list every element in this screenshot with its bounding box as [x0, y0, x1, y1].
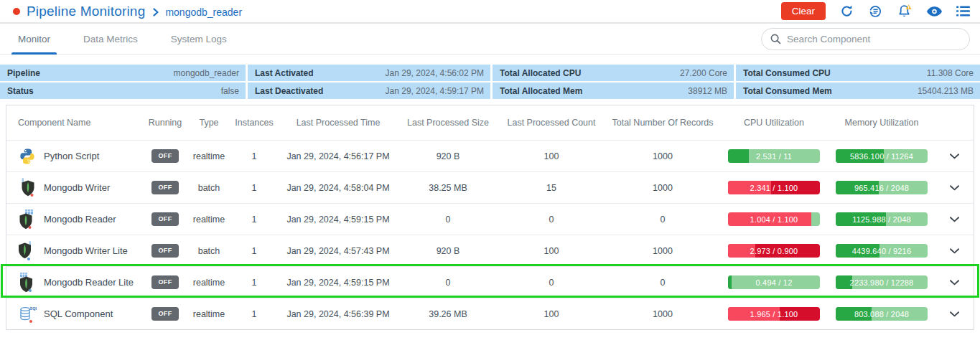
component-type: realtime — [187, 214, 230, 225]
tab-bar: Monitor Data Metrics System Logs — [0, 24, 980, 55]
expand-row-chevron-down-icon[interactable] — [947, 214, 962, 225]
last-processed-time: Jan 29, 2024, 4:57:43 PM — [278, 246, 398, 256]
component-name: Python Script — [44, 151, 99, 161]
last-processed-time: Jan 29, 2024, 4:59:15 PM — [278, 278, 398, 288]
last-processed-count: 0 — [498, 278, 605, 288]
mongodb-writer-icon — [18, 178, 37, 197]
mongodb-writer-lite-icon — [18, 241, 37, 260]
last-processed-count: 100 — [498, 309, 605, 319]
col-last-processed-time: Last Processed Time — [278, 118, 398, 128]
memory-utilization-bar: 5836.100 / 11264 — [836, 149, 928, 163]
component-name: SQL Component — [44, 308, 113, 319]
cpu-utilization-bar: 0.494 / 12 — [728, 275, 820, 289]
memory-utilization-bar: 2233.980 / 12288 — [836, 275, 928, 289]
component-table: Component Name Running Type Instances La… — [6, 105, 974, 330]
col-last-processed-count: Last Processed Count — [498, 118, 605, 128]
last-processed-count: 0 — [498, 214, 605, 225]
summary-last-activated: Last ActivatedJan 29, 2024, 4:56:02 PM — [248, 65, 490, 81]
last-processed-time: Jan 29, 2024, 4:58:04 PM — [278, 183, 398, 193]
col-cpu-utilization: CPU Utilization — [720, 118, 828, 128]
list-icon[interactable] — [956, 6, 970, 16]
component-instances: 1 — [230, 309, 278, 319]
running-status-badge: OFF — [151, 212, 178, 226]
last-processed-time: Jan 29, 2024, 4:59:15 PM — [278, 214, 398, 225]
total-records: 0 — [605, 278, 720, 288]
total-records: 0 — [605, 214, 720, 225]
component-instances: 1 — [230, 151, 278, 161]
top-bar: Pipeline Monitoring mongodb_reader Clear — [0, 0, 980, 24]
component-type: batch — [187, 246, 230, 256]
mongodb-reader-icon — [18, 209, 37, 229]
total-records: 1000 — [605, 309, 720, 319]
expand-row-chevron-down-icon[interactable] — [947, 245, 962, 257]
last-processed-size: 0 — [398, 214, 498, 225]
table-row[interactable]: Mongodb Writer Lite OFF batch 1 Jan 29, … — [6, 235, 974, 266]
last-processed-count: 100 — [498, 151, 605, 161]
component-name: Mongodb Reader — [44, 214, 116, 225]
last-processed-count: 100 — [498, 246, 605, 256]
table-header-row: Component Name Running Type Instances La… — [6, 105, 974, 140]
tab-monitor[interactable]: Monitor — [11, 24, 57, 54]
last-processed-size: 920 B — [398, 246, 498, 256]
eye-icon[interactable] — [927, 6, 942, 16]
history-icon[interactable] — [868, 4, 882, 19]
table-row[interactable]: Python Script OFF realtime 1 Jan 29, 202… — [6, 140, 974, 171]
memory-utilization-bar: 965.416 / 2048 — [836, 181, 928, 194]
pipeline-monitoring-page: Pipeline Monitoring mongodb_reader Clear — [0, 0, 980, 363]
running-status-badge: OFF — [151, 244, 178, 258]
tab-data-metrics[interactable]: Data Metrics — [77, 24, 144, 54]
component-type: realtime — [187, 151, 230, 161]
col-component-name: Component Name — [6, 118, 143, 128]
tab-system-logs[interactable]: System Logs — [164, 24, 233, 54]
running-status-badge: OFF — [151, 149, 178, 163]
last-processed-size: 38.25 MB — [398, 183, 498, 193]
col-type: Type — [187, 118, 230, 128]
table-row[interactable]: Mongodb Writer OFF batch 1 Jan 29, 2024,… — [6, 171, 974, 203]
summary-last-deactivated: Last DeactivatedJan 29, 2024, 4:59:17 PM — [248, 82, 490, 99]
col-total-records: Total Number Of Records — [605, 118, 720, 128]
refresh-icon[interactable] — [840, 4, 854, 18]
summary-status: Statusfalse — [0, 82, 246, 99]
page-title[interactable]: Pipeline Monitoring — [27, 4, 145, 19]
expand-row-chevron-down-icon[interactable] — [947, 277, 962, 288]
summary-total-allocated-mem: Total Allocated Mem38912 MB — [493, 82, 734, 99]
running-status-badge: OFF — [151, 275, 178, 289]
pipeline-status-dot — [13, 8, 20, 15]
component-instances: 1 — [230, 278, 278, 288]
python-icon — [18, 146, 37, 166]
component-type: realtime — [187, 278, 230, 288]
memory-utilization-bar: 4439.640 / 9216 — [836, 244, 928, 258]
component-type: batch — [187, 183, 230, 193]
component-instances: 1 — [230, 246, 278, 256]
table-row[interactable]: SQL SQL Component OFF realtime 1 Jan 29,… — [6, 298, 974, 329]
search-icon — [770, 34, 781, 44]
last-processed-count: 15 — [498, 183, 605, 193]
chevron-right-icon — [152, 8, 159, 16]
expand-row-chevron-down-icon[interactable] — [947, 151, 962, 162]
last-processed-size: 0 — [398, 278, 498, 288]
component-name: Mongodb Writer — [44, 182, 110, 193]
mongodb-reader-lite-icon — [18, 273, 37, 292]
svg-text:SQL: SQL — [30, 306, 37, 310]
search-input[interactable] — [787, 34, 961, 44]
table-row[interactable]: Mongodb Reader Lite OFF realtime 1 Jan 2… — [6, 266, 974, 298]
pipeline-summary: Pipelinemongodb_reader Last ActivatedJan… — [0, 65, 980, 99]
cpu-utilization-bar: 1.004 / 1.100 — [728, 212, 820, 226]
notification-icon[interactable] — [897, 4, 913, 19]
expand-row-chevron-down-icon[interactable] — [947, 308, 962, 320]
table-row[interactable]: Mongodb Reader OFF realtime 1 Jan 29, 20… — [6, 203, 974, 235]
component-type: realtime — [187, 309, 230, 319]
last-processed-size: 920 B — [398, 151, 498, 161]
col-running: Running — [143, 118, 187, 128]
last-processed-size: 39.26 MB — [398, 309, 498, 319]
cpu-utilization-bar: 2.973 / 0.900 — [728, 244, 820, 258]
memory-utilization-bar: 1125.988 / 2048 — [836, 212, 928, 226]
running-status-badge: OFF — [151, 307, 178, 321]
component-instances: 1 — [230, 214, 278, 225]
summary-pipeline: Pipelinemongodb_reader — [0, 65, 246, 81]
expand-row-chevron-down-icon[interactable] — [947, 182, 962, 194]
running-status-badge: OFF — [151, 181, 178, 194]
top-actions: Clear — [781, 2, 970, 20]
component-name: Mongodb Reader Lite — [44, 277, 134, 288]
clear-button[interactable]: Clear — [781, 2, 826, 20]
